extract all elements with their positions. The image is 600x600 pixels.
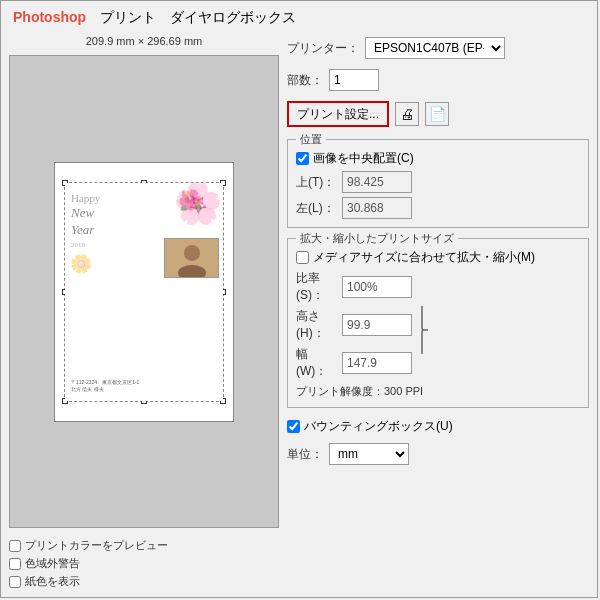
width-row: 幅(W)： 147.9 [296,346,412,380]
floral-decoration-3: 🌼 [70,253,92,275]
card-text: Happy New Year 2018 [71,191,100,250]
print-size-group: 拡大・縮小したプリントサイズ メディアサイズに合わせて拡大・縮小(M) 比率(S… [287,238,589,408]
top-row: 上(T)： 98.425 [296,171,580,193]
top-input[interactable]: 98.425 [342,171,412,193]
dialog-content: 209.9 mm × 296.69 mm [1,31,597,597]
center-image-row: 画像を中央配置(C) [296,150,580,167]
page-size-label: 209.9 mm × 296.69 mm [9,35,279,49]
gamut-warning-checkbox[interactable] [9,558,21,570]
unit-row: 単位： mm cm inch pixel [287,441,589,467]
left-row: 左(L)： 30.868 [296,197,580,219]
height-input[interactable]: 99.9 [342,314,412,336]
scale-input[interactable]: 100% [342,276,412,298]
card-preview: Happy New Year 2018 🌸 🌺 🌼 [65,183,223,401]
height-label: 高さ(H)： [296,308,336,342]
page-icon-button[interactable]: 📄 [425,102,449,126]
top-label: 上(T)： [296,174,336,191]
dialog-title-rest: プリント ダイヤログボックス [86,9,296,25]
printer-select[interactable]: EPSON1C407B (EP-... [365,37,505,59]
unit-label: 単位： [287,446,323,463]
copies-row: 部数： 1 [287,67,589,93]
photo-thumbnail [164,238,219,278]
copies-label: 部数： [287,72,323,89]
left-panel: 209.9 mm × 296.69 mm [9,35,279,589]
card-address: 〒112-2224 東京都文京区1-1 北方 信夫 様夫 [71,379,139,393]
print-settings-button[interactable]: プリント設定... [287,101,389,127]
title-bar: Photoshop プリント ダイヤログボックス [1,1,597,31]
link-bracket-icon [418,304,432,356]
paper: Happy New Year 2018 🌸 🌺 🌼 [54,162,234,422]
floral-decoration-2: 🌺 [178,188,203,212]
left-input[interactable]: 30.868 [342,197,412,219]
page-title: Photoshop プリント ダイヤログボックス [13,9,296,27]
checkboxes-bottom: プリントカラーをプレビュー 色域外警告 紙色を表示 [9,534,279,589]
paper-color-row: 紙色を表示 [9,574,279,589]
left-label: 左(L)： [296,200,336,217]
preview-area: Happy New Year 2018 🌸 🌺 🌼 [9,55,279,528]
fit-media-checkbox[interactable] [296,251,309,264]
app-name: Photoshop [13,9,86,25]
paper-color-label: 紙色を表示 [25,574,80,589]
printer-icon: 🖨 [400,106,414,122]
print-size-group-title: 拡大・縮小したプリントサイズ [296,231,458,246]
width-input[interactable]: 147.9 [342,352,412,374]
paper-color-checkbox[interactable] [9,576,21,588]
preview-color-checkbox[interactable] [9,540,21,552]
svg-point-1 [184,245,200,261]
scale-row: 比率(S)： 100% [296,270,580,304]
right-panel: プリンター： EPSON1C407B (EP-... 部数： 1 プリント設定.… [287,35,589,589]
height-row: 高さ(H)： 99.9 [296,308,412,342]
bounding-box-checkbox[interactable] [287,420,300,433]
unit-select[interactable]: mm cm inch pixel [329,443,409,465]
position-group-title: 位置 [296,132,326,147]
width-label: 幅(W)： [296,346,336,380]
center-image-label: 画像を中央配置(C) [313,150,414,167]
center-image-checkbox[interactable] [296,152,309,165]
printer-label: プリンター： [287,40,359,57]
fit-media-label: メディアサイズに合わせて拡大・縮小(M) [313,249,535,266]
printer-row: プリンター： EPSON1C407B (EP-... [287,35,589,61]
height-width-group: 高さ(H)： 99.9 幅(W)： 147.9 [296,304,580,380]
image-content: Happy New Year 2018 🌸 🌺 🌼 [64,182,224,402]
page-icon: 📄 [429,106,446,122]
print-dialog: Photoshop プリント ダイヤログボックス 209.9 mm × 296.… [0,0,598,598]
copies-input[interactable]: 1 [329,69,379,91]
gamut-warning-row: 色域外警告 [9,556,279,571]
bounding-box-label: バウンティングボックス(U) [304,418,453,435]
print-settings-row: プリント設定... 🖨 📄 [287,99,589,129]
bounding-box-row: バウンティングボックス(U) [287,418,589,435]
scale-label: 比率(S)： [296,270,336,304]
preview-color-row: プリントカラーをプレビュー [9,538,279,553]
fit-media-row: メディアサイズに合わせて拡大・縮小(M) [296,249,580,266]
resolution-text: プリント解像度：300 PPI [296,384,580,399]
height-width-fields: 高さ(H)： 99.9 幅(W)： 147.9 [296,304,412,380]
printer-icon-button[interactable]: 🖨 [395,102,419,126]
photo-svg [165,238,218,278]
gamut-warning-label: 色域外警告 [25,556,80,571]
position-group: 位置 画像を中央配置(C) 上(T)： 98.425 左(L)： 30.868 [287,139,589,228]
preview-color-label: プリントカラーをプレビュー [25,538,168,553]
